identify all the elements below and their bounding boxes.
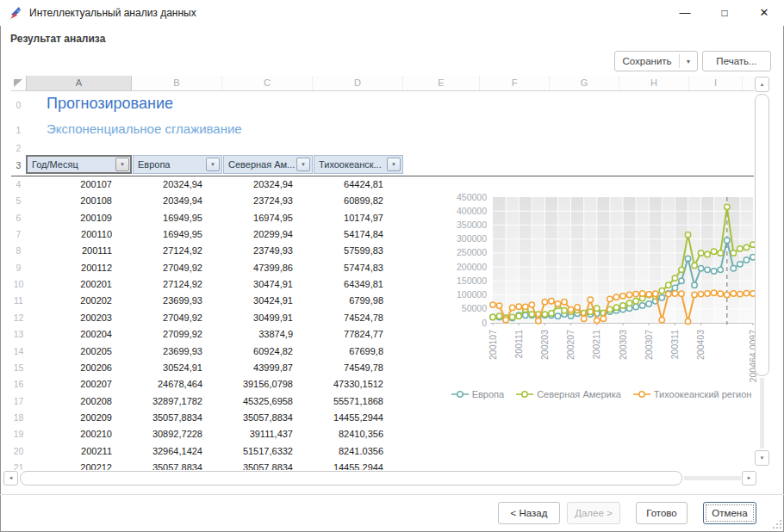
grid-cell[interactable]: 200112 <box>26 260 132 276</box>
row-number[interactable]: 11 <box>11 293 26 309</box>
row-number[interactable]: 13 <box>11 326 26 343</box>
row-number[interactable]: 20 <box>11 443 26 460</box>
row-number[interactable]: 16 <box>11 376 26 393</box>
grid-cell[interactable]: 27124,92 <box>132 276 222 293</box>
grid-cell[interactable]: 8241.0356 <box>313 443 403 460</box>
grid-cell[interactable]: 27124,92 <box>132 243 222 259</box>
save-dropdown-icon[interactable]: ▼ <box>680 59 697 65</box>
grid-cell[interactable]: 35057,8834 <box>132 460 222 470</box>
grid-cell[interactable]: 200111 <box>26 243 132 259</box>
select-all-corner[interactable] <box>11 76 26 91</box>
column-header-C[interactable]: C <box>222 76 313 90</box>
save-button[interactable]: Сохранить ▼ <box>614 51 698 71</box>
filter-dropdown-icon[interactable]: ▼ <box>115 158 129 171</box>
filter-dropdown-icon[interactable]: ▼ <box>206 158 220 171</box>
grid-cell[interactable]: 64424,81 <box>313 176 403 193</box>
grid-cell[interactable]: 200107 <box>26 176 132 193</box>
row-number[interactable]: 3 <box>11 155 26 176</box>
grid-cell[interactable]: 67699,8 <box>313 343 403 360</box>
grid-cell[interactable]: 27049,92 <box>132 310 222 326</box>
column-header-H[interactable]: H <box>619 76 689 90</box>
filter-header-year-month[interactable]: Год/Месяц ▼ <box>26 155 132 174</box>
grid-cell[interactable]: 27099,92 <box>132 326 222 343</box>
column-header-G[interactable]: G <box>550 76 619 90</box>
column-header-F[interactable]: F <box>480 76 550 90</box>
grid-cell[interactable]: 16974,95 <box>222 210 313 226</box>
grid-cell[interactable]: 30474,91 <box>222 276 313 293</box>
grid-cell[interactable]: 35057,8834 <box>222 410 313 426</box>
column-header-I[interactable]: I <box>689 76 743 90</box>
grid-cell[interactable]: 30424,91 <box>222 293 313 309</box>
row-number[interactable]: 2 <box>11 141 26 155</box>
grid-cell[interactable]: 47399,86 <box>222 260 313 276</box>
grid-cell[interactable]: 23699,93 <box>132 293 222 309</box>
grid-cell[interactable]: 51517,6332 <box>222 443 313 460</box>
grid-cell[interactable]: 200208 <box>26 393 132 410</box>
filter-header-pacific[interactable]: Тихоокеанск... ▼ <box>314 155 403 174</box>
grid-cell[interactable]: 23724,93 <box>222 193 313 209</box>
grid-cell[interactable]: 200211 <box>26 443 132 460</box>
grid-cell[interactable]: 27049,92 <box>132 260 222 276</box>
row-number[interactable]: 4 <box>11 176 26 193</box>
filter-dropdown-icon[interactable]: ▼ <box>296 158 310 171</box>
grid-cell[interactable]: 16949,95 <box>132 226 222 243</box>
grid-cell[interactable]: 74524,78 <box>313 310 403 326</box>
minimize-button[interactable]: — <box>665 0 705 26</box>
row-number[interactable]: 9 <box>11 260 26 276</box>
grid-cell[interactable]: 20349,94 <box>132 193 222 209</box>
grid-cell[interactable]: 55571,1868 <box>313 393 403 410</box>
row-number[interactable]: 14 <box>11 343 26 360</box>
grid-cell[interactable]: 45325,6958 <box>222 393 313 410</box>
grid-cell[interactable]: 200210 <box>26 426 132 442</box>
horizontal-scrollbar-track[interactable] <box>684 476 741 480</box>
report-title[interactable]: Прогнозирование <box>47 95 173 113</box>
row-number[interactable]: 6 <box>11 210 26 226</box>
row-number[interactable]: 0 <box>11 91 26 119</box>
row-number[interactable]: 12 <box>11 310 26 326</box>
grid-cell[interactable]: 16949,95 <box>132 210 222 226</box>
grid-cell[interactable]: 60899,82 <box>313 193 403 209</box>
grid-cell[interactable]: 20299,94 <box>222 226 313 243</box>
grid-cell[interactable]: 200110 <box>26 226 132 243</box>
grid-cell[interactable]: 30892,7228 <box>132 426 222 442</box>
scroll-up-button[interactable]: ▲ <box>755 77 769 92</box>
grid-cell[interactable]: 77824,77 <box>313 326 403 343</box>
grid-cell[interactable]: 200201 <box>26 276 132 293</box>
grid-cell[interactable]: 30499,91 <box>222 310 313 326</box>
grid-cell[interactable]: 200203 <box>26 310 132 326</box>
grid-cell[interactable]: 10174,97 <box>313 210 403 226</box>
scroll-down-button[interactable]: ▼ <box>755 450 769 466</box>
grid-cell[interactable]: 35057,8834 <box>222 460 313 470</box>
close-button[interactable]: ✕ <box>744 0 784 26</box>
row-number[interactable]: 17 <box>11 393 26 410</box>
grid-cell[interactable]: 39156,0798 <box>222 376 313 393</box>
row-number[interactable]: 5 <box>11 193 26 209</box>
row-number[interactable]: 18 <box>11 410 26 426</box>
horizontal-scrollbar-thumb[interactable] <box>20 471 682 486</box>
grid-cell[interactable]: 35057,8834 <box>132 410 222 426</box>
row-number[interactable]: 15 <box>11 360 26 376</box>
row-number[interactable]: 7 <box>11 226 26 243</box>
grid-cell[interactable]: 64349,81 <box>313 276 403 293</box>
filter-header-europe[interactable]: Европа ▼ <box>133 155 222 174</box>
grid-cell[interactable]: 32897,1782 <box>132 393 222 410</box>
grid-cell[interactable]: 23749,93 <box>222 243 313 259</box>
back-button[interactable]: < Назад <box>498 502 560 524</box>
print-button[interactable]: Печать... <box>702 51 771 71</box>
row-number[interactable]: 1 <box>11 119 26 141</box>
grid-cell[interactable]: 20324,94 <box>222 176 313 193</box>
next-button[interactable]: Далее > <box>567 502 620 524</box>
grid-cell[interactable]: 47330,1512 <box>313 376 403 393</box>
grid-cell[interactable]: 200205 <box>26 343 132 360</box>
row-number[interactable]: 10 <box>11 276 26 293</box>
column-header-D[interactable]: D <box>313 76 403 90</box>
grid-cell[interactable]: 200206 <box>26 360 132 376</box>
grid-cell[interactable]: 6799,98 <box>313 293 403 309</box>
grid-cell[interactable]: 33874,9 <box>222 326 313 343</box>
report-subtitle[interactable]: Экспоненциальное сглаживание <box>47 121 242 136</box>
grid-cell[interactable]: 14455,2944 <box>313 460 403 470</box>
grid-cell[interactable]: 200204 <box>26 326 132 343</box>
vertical-scrollbar-thumb[interactable] <box>755 94 769 376</box>
grid-cell[interactable]: 54174,84 <box>313 226 403 243</box>
column-header-A[interactable]: A <box>26 76 132 90</box>
